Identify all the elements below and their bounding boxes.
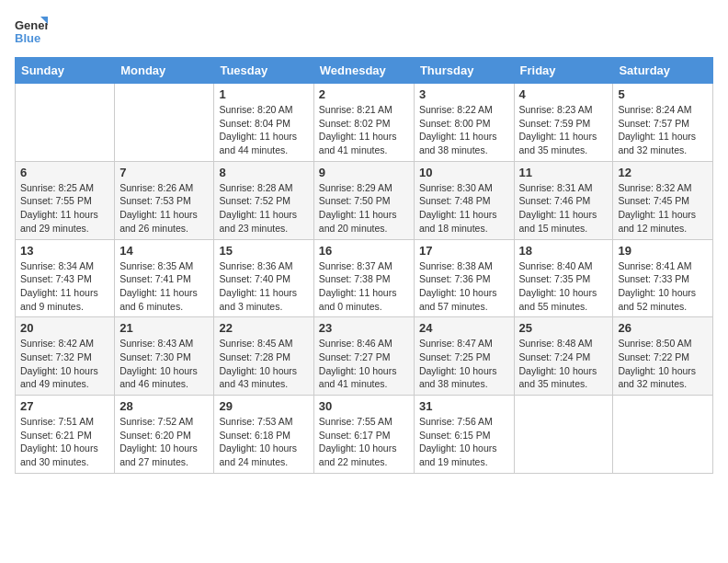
cell-details: Sunrise: 7:52 AM Sunset: 6:20 PM Dayligh…: [119, 415, 209, 469]
svg-text:Blue: Blue: [15, 31, 40, 45]
day-number: 4: [519, 87, 609, 101]
day-number: 1: [219, 87, 308, 101]
calendar-cell: 2Sunrise: 8:21 AM Sunset: 8:02 PM Daylig…: [313, 84, 414, 162]
day-number: 29: [219, 399, 308, 413]
cell-details: Sunrise: 8:22 AM Sunset: 8:00 PM Dayligh…: [419, 103, 509, 157]
cell-details: Sunrise: 7:55 AM Sunset: 6:17 PM Dayligh…: [319, 415, 409, 469]
logo: General Blue: [15, 15, 48, 48]
calendar-cell: 6Sunrise: 8:25 AM Sunset: 7:55 PM Daylig…: [16, 161, 115, 239]
day-number: 21: [119, 321, 209, 335]
weekday-header-thursday: Thursday: [414, 58, 514, 84]
cell-details: Sunrise: 8:30 AM Sunset: 7:48 PM Dayligh…: [419, 181, 509, 236]
day-number: 17: [419, 244, 509, 258]
cell-details: Sunrise: 8:32 AM Sunset: 7:45 PM Dayligh…: [618, 181, 708, 236]
header: General Blue: [15, 15, 713, 48]
cell-details: Sunrise: 8:38 AM Sunset: 7:36 PM Dayligh…: [419, 259, 509, 314]
cell-details: Sunrise: 8:28 AM Sunset: 7:52 PM Dayligh…: [219, 181, 308, 236]
cell-details: Sunrise: 8:31 AM Sunset: 7:46 PM Dayligh…: [519, 181, 609, 236]
cell-details: Sunrise: 8:42 AM Sunset: 7:32 PM Dayligh…: [20, 337, 109, 391]
weekday-header-monday: Monday: [115, 58, 214, 84]
day-number: 28: [119, 399, 209, 413]
cell-details: Sunrise: 8:47 AM Sunset: 7:25 PM Dayligh…: [419, 337, 509, 391]
day-number: 22: [219, 321, 308, 335]
day-number: 30: [319, 399, 409, 413]
day-number: 8: [219, 166, 308, 179]
weekday-header-tuesday: Tuesday: [214, 58, 313, 84]
day-number: 23: [319, 321, 409, 335]
cell-details: Sunrise: 8:24 AM Sunset: 7:57 PM Dayligh…: [618, 103, 708, 157]
cell-details: Sunrise: 8:26 AM Sunset: 7:53 PM Dayligh…: [119, 181, 209, 236]
calendar-table: SundayMondayTuesdayWednesdayThursdayFrid…: [15, 57, 713, 474]
calendar-cell: [16, 84, 115, 162]
day-number: 25: [519, 321, 609, 335]
day-number: 24: [419, 321, 509, 335]
calendar-cell: 18Sunrise: 8:40 AM Sunset: 7:35 PM Dayli…: [514, 239, 613, 317]
day-number: 18: [519, 244, 609, 258]
logo-svg: General Blue: [15, 15, 48, 48]
cell-details: Sunrise: 8:21 AM Sunset: 8:02 PM Dayligh…: [319, 103, 409, 157]
calendar-cell: 29Sunrise: 7:53 AM Sunset: 6:18 PM Dayli…: [214, 396, 313, 474]
weekday-header-wednesday: Wednesday: [313, 58, 414, 84]
calendar-cell: 19Sunrise: 8:41 AM Sunset: 7:33 PM Dayli…: [613, 239, 713, 317]
day-number: 27: [20, 399, 109, 413]
cell-details: Sunrise: 8:25 AM Sunset: 7:55 PM Dayligh…: [20, 181, 109, 236]
day-number: 9: [319, 166, 409, 179]
calendar-cell: 28Sunrise: 7:52 AM Sunset: 6:20 PM Dayli…: [115, 396, 214, 474]
calendar-cell: 24Sunrise: 8:47 AM Sunset: 7:25 PM Dayli…: [414, 317, 514, 396]
calendar-cell: 20Sunrise: 8:42 AM Sunset: 7:32 PM Dayli…: [16, 317, 115, 396]
cell-details: Sunrise: 8:20 AM Sunset: 8:04 PM Dayligh…: [219, 103, 308, 157]
calendar-cell: 31Sunrise: 7:56 AM Sunset: 6:15 PM Dayli…: [414, 396, 514, 474]
calendar-cell: 12Sunrise: 8:32 AM Sunset: 7:45 PM Dayli…: [613, 161, 713, 239]
cell-details: Sunrise: 7:53 AM Sunset: 6:18 PM Dayligh…: [219, 415, 308, 469]
cell-details: Sunrise: 7:51 AM Sunset: 6:21 PM Dayligh…: [20, 415, 109, 469]
cell-details: Sunrise: 7:56 AM Sunset: 6:15 PM Dayligh…: [419, 415, 509, 469]
calendar-cell: 27Sunrise: 7:51 AM Sunset: 6:21 PM Dayli…: [16, 396, 115, 474]
calendar-cell: 7Sunrise: 8:26 AM Sunset: 7:53 PM Daylig…: [115, 161, 214, 239]
cell-details: Sunrise: 8:29 AM Sunset: 7:50 PM Dayligh…: [319, 181, 409, 236]
calendar-cell: 30Sunrise: 7:55 AM Sunset: 6:17 PM Dayli…: [313, 396, 414, 474]
calendar-cell: [514, 396, 613, 474]
calendar-cell: 8Sunrise: 8:28 AM Sunset: 7:52 PM Daylig…: [214, 161, 313, 239]
svg-text:General: General: [15, 18, 48, 32]
calendar-cell: 4Sunrise: 8:23 AM Sunset: 7:59 PM Daylig…: [514, 84, 613, 162]
cell-details: Sunrise: 8:45 AM Sunset: 7:28 PM Dayligh…: [219, 337, 308, 391]
cell-details: Sunrise: 8:36 AM Sunset: 7:40 PM Dayligh…: [219, 259, 308, 314]
day-number: 20: [20, 321, 109, 335]
day-number: 11: [519, 166, 609, 179]
day-number: 15: [219, 244, 308, 258]
cell-details: Sunrise: 8:23 AM Sunset: 7:59 PM Dayligh…: [519, 103, 609, 157]
day-number: 16: [319, 244, 409, 258]
calendar-cell: 14Sunrise: 8:35 AM Sunset: 7:41 PM Dayli…: [115, 239, 214, 317]
calendar-cell: 16Sunrise: 8:37 AM Sunset: 7:38 PM Dayli…: [313, 239, 414, 317]
day-number: 26: [618, 321, 708, 335]
cell-details: Sunrise: 8:43 AM Sunset: 7:30 PM Dayligh…: [119, 337, 209, 391]
cell-details: Sunrise: 8:46 AM Sunset: 7:27 PM Dayligh…: [319, 337, 409, 391]
cell-details: Sunrise: 8:40 AM Sunset: 7:35 PM Dayligh…: [519, 259, 609, 314]
calendar-cell: 25Sunrise: 8:48 AM Sunset: 7:24 PM Dayli…: [514, 317, 613, 396]
calendar-cell: [115, 84, 214, 162]
day-number: 19: [618, 244, 708, 258]
day-number: 31: [419, 399, 509, 413]
day-number: 2: [319, 87, 409, 101]
calendar-cell: 1Sunrise: 8:20 AM Sunset: 8:04 PM Daylig…: [214, 84, 313, 162]
calendar-cell: 3Sunrise: 8:22 AM Sunset: 8:00 PM Daylig…: [414, 84, 514, 162]
cell-details: Sunrise: 8:41 AM Sunset: 7:33 PM Dayligh…: [618, 259, 708, 314]
weekday-header-sunday: Sunday: [16, 58, 115, 84]
calendar-cell: 23Sunrise: 8:46 AM Sunset: 7:27 PM Dayli…: [313, 317, 414, 396]
cell-details: Sunrise: 8:34 AM Sunset: 7:43 PM Dayligh…: [20, 259, 109, 314]
calendar-cell: 21Sunrise: 8:43 AM Sunset: 7:30 PM Dayli…: [115, 317, 214, 396]
day-number: 3: [419, 87, 509, 101]
calendar-cell: 17Sunrise: 8:38 AM Sunset: 7:36 PM Dayli…: [414, 239, 514, 317]
cell-details: Sunrise: 8:48 AM Sunset: 7:24 PM Dayligh…: [519, 337, 609, 391]
calendar-cell: 26Sunrise: 8:50 AM Sunset: 7:22 PM Dayli…: [613, 317, 713, 396]
day-number: 6: [20, 166, 109, 179]
cell-details: Sunrise: 8:35 AM Sunset: 7:41 PM Dayligh…: [119, 259, 209, 314]
weekday-header-friday: Friday: [514, 58, 613, 84]
calendar-cell: 15Sunrise: 8:36 AM Sunset: 7:40 PM Dayli…: [214, 239, 313, 317]
calendar-cell: 5Sunrise: 8:24 AM Sunset: 7:57 PM Daylig…: [613, 84, 713, 162]
day-number: 12: [618, 166, 708, 179]
cell-details: Sunrise: 8:50 AM Sunset: 7:22 PM Dayligh…: [618, 337, 708, 391]
calendar-cell: 22Sunrise: 8:45 AM Sunset: 7:28 PM Dayli…: [214, 317, 313, 396]
day-number: 7: [119, 166, 209, 179]
cell-details: Sunrise: 8:37 AM Sunset: 7:38 PM Dayligh…: [319, 259, 409, 314]
